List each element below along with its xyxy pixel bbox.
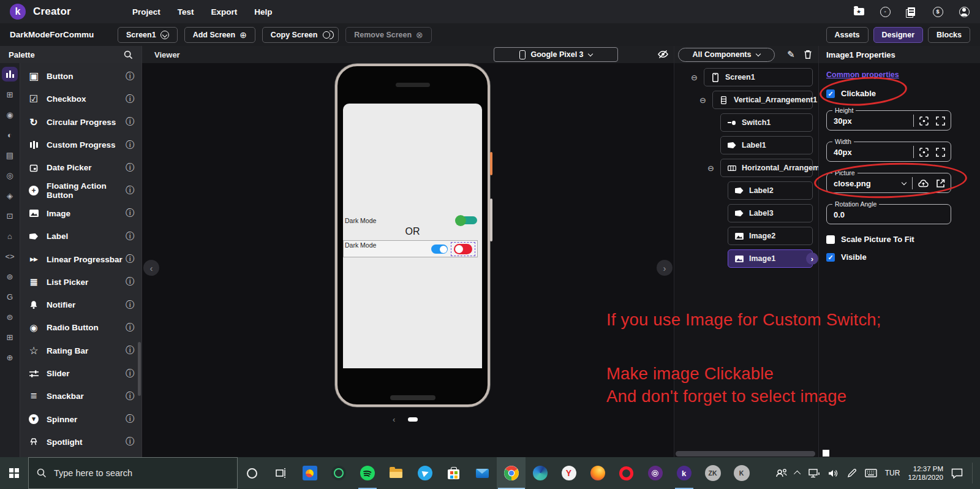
palette-item-date-picker[interactable]: Date Picker xyxy=(20,156,141,179)
info-icon[interactable] xyxy=(126,140,134,151)
taskbar-app-tor[interactable] xyxy=(641,457,669,489)
menu-export[interactable]: Export xyxy=(211,7,237,17)
toggle-visibility-icon[interactable] xyxy=(657,49,669,59)
palette-item-fab[interactable]: Floating Action Button xyxy=(20,179,141,202)
copy-screen-button[interactable]: Copy Screen xyxy=(262,27,339,43)
taskbar-app-edge[interactable] xyxy=(526,457,554,489)
task-view-button[interactable] xyxy=(266,457,295,489)
width-field[interactable]: Width 40px xyxy=(826,138,951,162)
viewer-prev-icon[interactable] xyxy=(143,260,159,276)
rotation-angle-field[interactable]: Rotation Angle 0.0 xyxy=(826,200,951,224)
auto-size-icon[interactable] xyxy=(919,148,929,157)
tree-item-switch1[interactable]: Switch1 xyxy=(720,113,813,132)
monetization-icon[interactable]: $ xyxy=(932,6,944,18)
palette-item-slider[interactable]: Slider xyxy=(20,362,141,385)
viewer-next-icon[interactable] xyxy=(657,260,673,276)
info-icon[interactable] xyxy=(126,391,134,402)
palette-item-linear-progressbar[interactable]: Linear Progressbar xyxy=(20,248,141,270)
picture-field[interactable]: Picture close.png xyxy=(826,169,951,193)
tree-item-vertical-arrangement1[interactable]: Vertical_Arrangement1 xyxy=(712,91,813,109)
clickable-checkbox[interactable] xyxy=(826,89,835,98)
palette-item-image[interactable]: Image xyxy=(20,202,141,225)
open-in-new-icon[interactable] xyxy=(936,179,945,188)
green-switch[interactable] xyxy=(460,216,477,224)
palette-item-notifier[interactable]: Notifier xyxy=(20,294,141,316)
palette-item-button[interactable]: Button xyxy=(20,65,141,88)
tree-item-horizontal-arrangement[interactable]: Horizontal_Arrangem... xyxy=(720,159,813,177)
info-icon[interactable] xyxy=(126,414,134,425)
info-icon[interactable] xyxy=(126,254,134,265)
gallery-icon[interactable]: ◦ xyxy=(879,6,891,18)
scale-picture-checkbox[interactable] xyxy=(826,235,835,244)
taskbar-app-file-explorer[interactable] xyxy=(382,457,410,489)
info-icon[interactable] xyxy=(126,436,134,447)
tree-item-label1[interactable]: Label1 xyxy=(720,136,813,154)
pen-icon[interactable] xyxy=(847,468,857,478)
kodular-logo-icon[interactable]: k xyxy=(10,4,26,20)
info-icon[interactable] xyxy=(126,94,134,105)
palette-item-spinner[interactable]: Spinner xyxy=(20,408,141,430)
auto-size-icon[interactable] xyxy=(919,116,929,126)
palette-item-radio-button[interactable]: Radio Button xyxy=(20,316,141,339)
category-social-icon[interactable]: ◈ xyxy=(2,188,18,203)
info-icon[interactable] xyxy=(126,116,134,127)
device-select-button[interactable]: Google Pixel 3 xyxy=(494,47,618,62)
tree-item-label3[interactable]: Label3 xyxy=(728,204,813,222)
touch-keyboard-icon[interactable] xyxy=(865,469,877,477)
volume-icon[interactable] xyxy=(828,469,839,478)
project-name[interactable]: DarkModeForCommu xyxy=(10,30,111,39)
show-desktop-divider[interactable] xyxy=(972,463,973,483)
info-icon[interactable] xyxy=(126,71,134,82)
tray-overflow-icon[interactable] xyxy=(794,471,801,477)
info-icon[interactable] xyxy=(126,231,134,242)
add-screen-button[interactable]: Add Screen⊕ xyxy=(184,27,255,43)
menu-project[interactable]: Project xyxy=(132,7,160,17)
taskbar-app-kodular[interactable]: k xyxy=(669,457,698,489)
screen-select-button[interactable]: Screen1 xyxy=(118,27,178,43)
info-icon[interactable] xyxy=(126,162,134,173)
palette-item-snackbar[interactable]: Snackbar xyxy=(20,385,141,408)
info-icon[interactable] xyxy=(126,208,134,219)
taskbar-app-photos[interactable] xyxy=(295,457,324,489)
taskbar-app-spotify[interactable] xyxy=(353,457,382,489)
picture-value[interactable]: close.png xyxy=(827,179,871,188)
taskbar-avatar-k[interactable]: K xyxy=(727,457,756,489)
tree-item-image2[interactable]: Image2 xyxy=(728,227,813,245)
category-extension-icon[interactable]: ⊕ xyxy=(2,350,18,365)
cortana-button[interactable] xyxy=(238,457,266,489)
fullscreen-size-icon[interactable] xyxy=(936,148,945,157)
category-lego-icon[interactable]: ⊞ xyxy=(2,330,18,344)
language-indicator[interactable]: TUR xyxy=(885,469,900,477)
account-icon[interactable] xyxy=(958,6,970,18)
taskbar-search[interactable]: Type here to search xyxy=(28,457,238,489)
start-button[interactable] xyxy=(0,457,28,489)
category-dynamic-icon[interactable]: <> xyxy=(2,249,18,263)
palette-item-rating-bar[interactable]: Rating Bar xyxy=(20,339,141,362)
scale-picture-property[interactable]: Scale Picture To Fit xyxy=(826,235,973,244)
visible-checkbox[interactable] xyxy=(826,253,835,262)
palette-scrollbar[interactable] xyxy=(138,342,141,396)
palette-item-spotlight[interactable]: Spotlight xyxy=(20,431,141,453)
clickable-property[interactable]: Clickable xyxy=(826,89,973,98)
notification-center-icon[interactable] xyxy=(951,468,963,479)
info-icon[interactable] xyxy=(126,300,134,311)
category-drawing-icon[interactable]: ◐ xyxy=(2,127,18,142)
search-icon[interactable] xyxy=(124,50,133,59)
blue-switch-image[interactable] xyxy=(431,245,448,254)
delete-component-icon[interactable] xyxy=(804,50,812,59)
taskbar-app-chrome-active[interactable] xyxy=(497,457,526,489)
taskbar-app-microsoft-store[interactable] xyxy=(439,457,468,489)
rename-component-icon[interactable] xyxy=(787,49,795,60)
common-properties-link[interactable]: Common properties xyxy=(826,70,973,79)
selected-image-outline[interactable] xyxy=(451,242,475,256)
blocks-button[interactable]: Blocks xyxy=(928,27,970,43)
category-sensors-icon[interactable]: ◎ xyxy=(2,168,18,183)
people-icon[interactable] xyxy=(775,468,788,478)
category-utilities-icon[interactable]: ⌂ xyxy=(2,229,18,243)
info-icon[interactable] xyxy=(126,368,134,379)
tree-horizontal-scrollbar[interactable] xyxy=(676,451,815,457)
palette-item-label[interactable]: Label xyxy=(20,225,141,248)
red-switch-image[interactable] xyxy=(454,244,472,254)
library-icon[interactable] xyxy=(905,6,918,18)
tree-item-image1-selected[interactable]: Image1 xyxy=(728,249,813,268)
